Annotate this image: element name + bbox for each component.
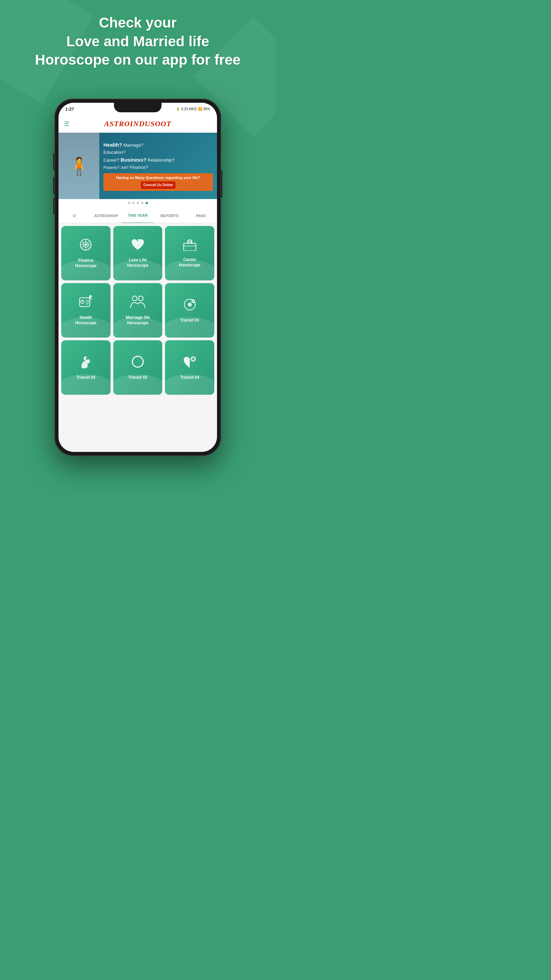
tab-reports-label: REPORTS	[160, 214, 179, 218]
banner-cta-box[interactable]: Having so Many Questions regarding your …	[103, 173, 213, 191]
transit02-icon	[79, 355, 92, 372]
tab-this-year-label: THIS YEAR	[128, 213, 148, 218]
phone-mockup: 1:27 🔋 0.20 KB/S 📶 85% ☰ ASTROINDUSOOT 🧍	[54, 99, 221, 466]
dot-3	[137, 202, 139, 204]
transit03-label: Transit 03	[128, 375, 147, 380]
card-transit-01[interactable]: Transit 01	[165, 283, 214, 337]
health-label: HealthHoroscope	[75, 315, 97, 326]
banner-dots	[59, 199, 217, 207]
svg-point-11	[138, 296, 143, 301]
headline-section: Check your Love and Married life Horosco…	[0, 14, 275, 69]
svg-point-2	[85, 243, 87, 246]
transit01-icon	[183, 298, 197, 314]
app-logo: ASTROINDUSOOT	[104, 119, 171, 128]
banner-text-area: Health? Marriage? Education? Career? Bus…	[99, 137, 217, 195]
wifi-icon: 📶	[198, 107, 202, 111]
phone-frame: 1:27 🔋 0.20 KB/S 📶 85% ☰ ASTROINDUSOOT 🧍	[54, 99, 221, 456]
tab-reports[interactable]: REPORTS	[154, 208, 185, 223]
career-icon	[183, 239, 197, 254]
svg-rect-4	[189, 241, 191, 243]
love-label: Love LifeHoroscope	[127, 258, 149, 268]
finance-icon	[79, 238, 92, 255]
tab-o-label: O	[73, 214, 76, 218]
card-transit-04[interactable]: Transit 04	[165, 340, 214, 395]
banner-section[interactable]: 🧍 Health? Marriage? Education? Career? B…	[59, 133, 217, 199]
tab-panc[interactable]: PANC	[185, 208, 217, 223]
card-finance-horoscope[interactable]: FinanceHoroscope	[61, 226, 111, 280]
love-icon	[130, 238, 145, 254]
tab-this-year[interactable]: THIS YEAR	[122, 208, 153, 223]
app-header: ☰ ASTROINDUSOOT	[59, 115, 217, 133]
dot-1	[128, 202, 130, 204]
health-icon: ?	[79, 295, 92, 312]
svg-point-10	[132, 296, 137, 301]
horoscope-grid-section: FinanceHoroscope Love LifeHoroscope	[59, 223, 217, 452]
transit04-icon	[182, 355, 197, 372]
tab-astroshop-label: ASTROSHOP	[94, 214, 118, 218]
network-speed: 0.20 KB/S	[181, 107, 197, 111]
svg-rect-3	[184, 243, 196, 251]
svg-point-9	[89, 295, 92, 298]
tabs-section: O ASTROSHOP THIS YEAR REPORTS PANC	[59, 208, 217, 223]
svg-point-15	[192, 301, 194, 302]
menu-icon[interactable]: ☰	[64, 120, 69, 127]
svg-point-13	[188, 302, 192, 307]
banner-person-image: 🧍	[59, 133, 99, 199]
card-transit-02[interactable]: Transit 02	[61, 340, 111, 395]
logo-text: ASTROINDUSOOT	[104, 119, 171, 128]
finance-label: FinanceHoroscope	[75, 258, 97, 269]
card-career-horoscope[interactable]: CareerHoroscope	[165, 226, 214, 280]
status-icons: 🔋 0.20 KB/S 📶 85%	[176, 107, 210, 111]
battery-percent: 85%	[203, 107, 210, 111]
horoscope-grid: FinanceHoroscope Love LifeHoroscope	[59, 223, 217, 398]
phone-notch	[114, 103, 162, 112]
dot-4	[141, 202, 143, 204]
headline-line1: Check your	[99, 14, 177, 30]
marriage-label: Marriage lifeHoroscope	[126, 315, 150, 326]
banner-consult-button[interactable]: Consult Us Online	[141, 181, 176, 189]
dot-2	[132, 202, 135, 204]
transit02-label: Transit 02	[76, 375, 95, 380]
banner-background: 🧍 Health? Marriage? Education? Career? B…	[59, 133, 217, 199]
tab-o[interactable]: O	[59, 208, 90, 223]
svg-point-16	[132, 356, 143, 367]
career-label: CareerHoroscope	[179, 257, 200, 268]
svg-point-18	[192, 358, 194, 360]
tab-panc-label: PANC	[196, 214, 206, 218]
tab-astroshop[interactable]: ASTROSHOP	[90, 208, 122, 223]
headline-line2: Love and Married life	[66, 33, 209, 49]
card-love-horoscope[interactable]: Love LifeHoroscope	[113, 226, 163, 280]
card-transit-03[interactable]: Transit 03	[113, 340, 163, 395]
phone-screen: 1:27 🔋 0.20 KB/S 📶 85% ☰ ASTROINDUSOOT 🧍	[59, 103, 217, 452]
transit01-label: Transit 01	[180, 318, 199, 323]
dot-5-active	[146, 202, 148, 204]
transit03-icon	[131, 355, 144, 372]
card-marriage-horoscope[interactable]: Marriage lifeHoroscope	[113, 283, 163, 337]
battery-icon: 🔋	[176, 107, 180, 111]
marriage-icon	[130, 295, 146, 312]
transit04-label: Transit 04	[180, 375, 199, 380]
banner-cta-text: Having so Many Questions regarding your …	[107, 175, 210, 180]
headline-line3: Horoscope on our app for free	[35, 52, 240, 68]
card-health-horoscope[interactable]: ? HealthHoroscope	[61, 283, 111, 337]
svg-text:?: ?	[81, 300, 83, 304]
banner-questions: Health? Marriage? Education? Career? Bus…	[103, 141, 213, 172]
status-time: 1:27	[65, 107, 74, 111]
